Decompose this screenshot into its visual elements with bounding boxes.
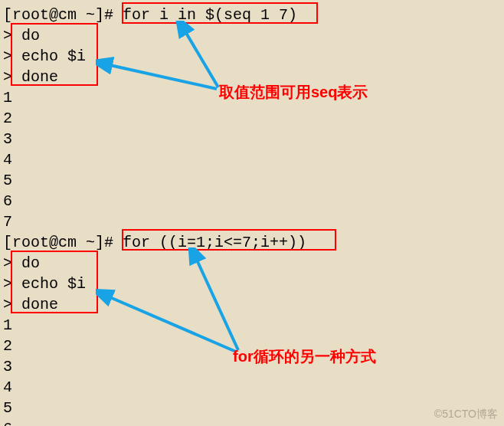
command-line-1: [root@cm ~]# for i in $(seq 1 7) <box>3 5 501 25</box>
prompt: [root@cm ~]# <box>3 6 113 24</box>
continuation-line: > do <box>3 25 501 46</box>
continuation-line: > do <box>3 253 501 274</box>
output-line: 4 <box>3 377 501 398</box>
command-line-2: [root@cm ~]# for ((i=1;i<=7;i++)) <box>3 232 501 253</box>
prompt: [root@cm ~]# <box>3 234 113 251</box>
watermark: ©51CTO博客 <box>434 408 498 421</box>
continuation-line: > done <box>3 294 501 315</box>
continuation-line: > echo $i <box>3 274 501 294</box>
output-line: 3 <box>3 129 501 149</box>
command-text: for i in $(seq 1 7) <box>113 6 297 24</box>
output-line: 5 <box>3 398 501 418</box>
output-line: 4 <box>3 149 501 170</box>
output-line: 6 <box>3 418 501 426</box>
command-text: for ((i=1;i<=7;i++)) <box>113 234 306 251</box>
output-line: 7 <box>3 211 501 232</box>
output-line: 1 <box>3 315 501 336</box>
output-line: 6 <box>3 191 501 211</box>
continuation-line: > echo $i <box>3 46 501 67</box>
output-line: 5 <box>3 170 501 191</box>
output-line: 2 <box>3 108 501 129</box>
annotation-cstyle: for循环的另一种方式 <box>233 346 376 367</box>
annotation-seq: 取值范围可用seq表示 <box>219 82 368 103</box>
